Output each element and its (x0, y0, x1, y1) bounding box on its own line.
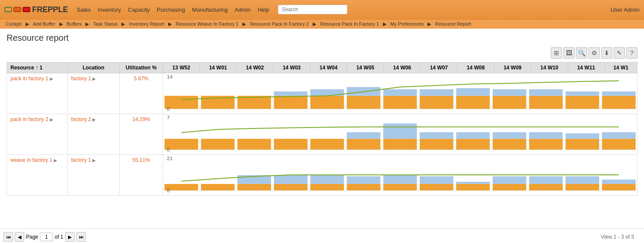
svg-rect-27 (201, 139, 235, 150)
location-cell: factory 1 ▶ (68, 73, 120, 114)
nav-item-admin[interactable]: Admin (235, 7, 251, 13)
col-header-13w52: 13 W52 (163, 62, 200, 73)
svg-rect-71 (566, 176, 599, 184)
svg-rect-68 (529, 184, 563, 190)
col-header-14w08: 14 W08 (458, 62, 494, 73)
header: FREPPLE Sales Inventory Capacity Purchas… (0, 0, 644, 19)
utilization-value: 14.29% (123, 116, 159, 122)
svg-rect-62 (420, 184, 454, 190)
view-info: View 1 - 3 of 3 (601, 234, 641, 240)
resource-link[interactable]: weave in factory 1 (10, 157, 52, 163)
resource-cell: weave in factory 1 ▶ (7, 155, 68, 196)
breadcrumb-item[interactable]: Add Buffer (33, 21, 56, 26)
col-header-14w06: 14 W06 (384, 62, 421, 73)
svg-rect-33 (383, 139, 417, 150)
user-admin-label: User Admin (611, 7, 640, 13)
svg-rect-55 (274, 175, 308, 184)
search-input[interactable] (278, 5, 347, 14)
svg-rect-58 (347, 184, 381, 190)
download-button[interactable]: ⬇ (601, 47, 612, 59)
svg-rect-43 (566, 139, 599, 150)
settings-button[interactable]: ⚙ (588, 47, 600, 59)
zoom-button[interactable]: 🔍 (576, 47, 587, 59)
table-row: weave in factory 1 ▶factory 1 ▶55.11%210 (7, 155, 637, 196)
nav-item-sales[interactable]: Sales (77, 7, 91, 13)
page-input[interactable] (40, 233, 53, 241)
resource-cell: pack in factory 1 ▶ (7, 73, 68, 114)
location-link[interactable]: factory 2 (71, 116, 91, 122)
svg-rect-20 (566, 92, 599, 96)
report-table: Resource ↑ 1 Location Utilization % 13 W… (7, 62, 637, 196)
logo-icon-red (23, 7, 30, 12)
breadcrumb-item[interactable]: Task Status (93, 21, 118, 26)
breadcrumb: Cockpit ▶ Add Buffer ▶ Buffers ▶ Task St… (0, 19, 644, 29)
next-page-button[interactable]: ▶ (65, 232, 75, 242)
svg-rect-12 (420, 89, 454, 96)
col-header-14w07: 14 W07 (421, 62, 458, 73)
grid-view-button[interactable]: ⊞ (551, 47, 562, 59)
svg-text:14: 14 (167, 74, 173, 79)
svg-rect-13 (456, 96, 490, 109)
svg-rect-30 (311, 139, 344, 150)
pagination-bar: ⏮ ◀ Page of 1 ▶ ⏭ View 1 - 3 of 3 (0, 228, 644, 243)
resource-link[interactable]: pack in factory 1 (10, 76, 48, 82)
logo-icon-orange (13, 7, 21, 12)
breadcrumb-item[interactable]: Buffers (67, 21, 82, 26)
col-header-14w03: 14 W03 (273, 62, 310, 73)
utilization-cell: 55.11% (120, 155, 163, 196)
svg-rect-36 (420, 132, 454, 139)
logo: FREPPLE (4, 5, 68, 14)
table-row: pack in factory 1 ▶factory 1 ▶5.87%140 (7, 73, 637, 114)
col-header-14w09: 14 W09 (494, 62, 531, 73)
logo-icons (4, 7, 30, 12)
col-header-resource: Resource ↑ 1 (7, 62, 68, 73)
image-view-button[interactable]: 🖼 (563, 47, 575, 59)
svg-rect-45 (602, 139, 636, 150)
col-header-14w04: 14 W04 (310, 62, 347, 73)
svg-rect-70 (566, 184, 599, 190)
svg-rect-63 (420, 176, 454, 184)
svg-rect-64 (456, 184, 490, 190)
breadcrumb-item[interactable]: My Preferences (390, 21, 424, 26)
location-link[interactable]: factory 1 (71, 157, 91, 163)
nav-item-help[interactable]: Help (258, 7, 269, 13)
main-content: Resource report ⊞ 🖼 🔍 ⚙ ⬇ ✎ ? Resource ↑… (0, 29, 644, 228)
nav-menu: Sales Inventory Capacity Purchasing Manu… (77, 7, 269, 13)
svg-rect-56 (311, 184, 344, 190)
nav-item-manufacturing[interactable]: Manufacturing (192, 7, 228, 13)
svg-rect-54 (274, 184, 308, 190)
svg-rect-67 (493, 176, 526, 184)
breadcrumb-item[interactable]: Resource Weave In Factory 1 (176, 21, 239, 26)
svg-rect-65 (456, 182, 490, 184)
svg-rect-31 (347, 139, 381, 150)
svg-rect-40 (493, 132, 526, 139)
svg-rect-3 (274, 96, 308, 109)
svg-rect-14 (456, 88, 490, 96)
location-link[interactable]: factory 1 (71, 76, 91, 82)
resource-cell: pack in factory 2 ▶ (7, 114, 68, 155)
svg-rect-22 (602, 92, 636, 96)
breadcrumb-item[interactable]: Cockpit (6, 21, 22, 26)
svg-rect-51 (201, 184, 235, 190)
svg-rect-46 (602, 132, 636, 139)
help-button[interactable]: ? (626, 47, 637, 59)
svg-rect-72 (602, 184, 636, 190)
svg-rect-34 (383, 124, 417, 139)
edit-button[interactable]: ✎ (614, 47, 625, 59)
breadcrumb-item[interactable]: Resource Pack In Factory 1 (320, 21, 379, 26)
svg-rect-5 (311, 96, 344, 109)
nav-item-capacity[interactable]: Capacity (128, 7, 150, 13)
svg-rect-37 (456, 139, 490, 150)
svg-rect-28 (237, 139, 271, 150)
svg-text:7: 7 (167, 115, 170, 120)
prev-page-button[interactable]: ◀ (15, 232, 24, 242)
last-page-button[interactable]: ⏭ (76, 232, 86, 242)
breadcrumb-item[interactable]: Inventory Report (129, 21, 164, 26)
breadcrumb-item[interactable]: Resource Pack In Factory 2 (250, 21, 309, 26)
first-page-button[interactable]: ⏮ (3, 232, 13, 242)
resource-link[interactable]: pack in factory 2 (10, 116, 48, 122)
nav-item-inventory[interactable]: Inventory (98, 7, 121, 13)
svg-rect-60 (383, 184, 417, 190)
utilization-value: 5.87% (123, 76, 159, 82)
nav-item-purchasing[interactable]: Purchasing (157, 7, 185, 13)
